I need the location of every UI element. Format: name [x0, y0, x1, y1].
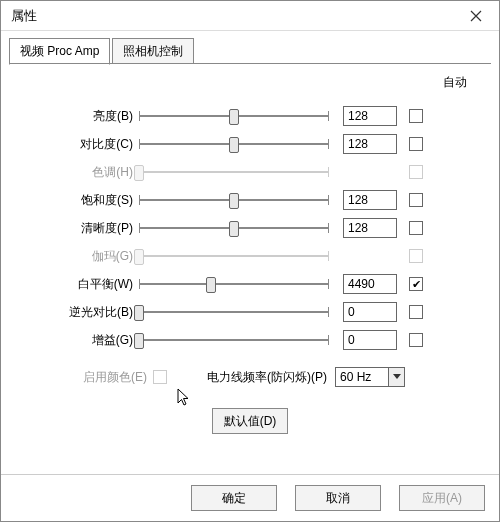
saturation-label: 饱和度(S) [29, 192, 139, 209]
close-icon [470, 10, 482, 22]
saturation-auto-checkbox[interactable] [409, 193, 423, 207]
row-backlight: 逆光对比(B)0 [29, 298, 471, 326]
row-brightness: 亮度(B)128 [29, 102, 471, 130]
close-button[interactable] [453, 1, 499, 31]
chevron-down-icon [393, 374, 401, 380]
tab-video-proc-amp[interactable]: 视频 Proc Amp [9, 38, 110, 65]
sharpness-slider[interactable] [139, 218, 329, 238]
gain-label: 增益(G) [29, 332, 139, 349]
brightness-label: 亮度(B) [29, 108, 139, 125]
whitebalance-label: 白平衡(W) [29, 276, 139, 293]
contrast-value[interactable]: 128 [343, 134, 397, 154]
settings-rows: 亮度(B)128对比度(C)128色调(H)饱和度(S)128清晰度(P)128… [29, 102, 471, 354]
defaults-button[interactable]: 默认值(D) [212, 408, 288, 434]
saturation-value[interactable]: 128 [343, 190, 397, 210]
backlight-slider-thumb[interactable] [134, 305, 144, 321]
cancel-button[interactable]: 取消 [295, 485, 381, 511]
color-enable-checkbox [153, 370, 167, 384]
backlight-label: 逆光对比(B) [29, 304, 139, 321]
contrast-slider-thumb[interactable] [229, 137, 239, 153]
gamma-label: 伽玛(G) [29, 248, 139, 265]
row-contrast: 对比度(C)128 [29, 130, 471, 158]
powerline-combo[interactable]: 60 Hz [335, 367, 405, 387]
row-sharpness: 清晰度(P)128 [29, 214, 471, 242]
sharpness-slider-thumb[interactable] [229, 221, 239, 237]
auto-column-header: 自动 [443, 74, 467, 91]
panel: 自动 亮度(B)128对比度(C)128色调(H)饱和度(S)128清晰度(P)… [9, 63, 491, 466]
powerline-label: 电力线频率(防闪烁)(P) [207, 369, 327, 386]
saturation-slider[interactable] [139, 190, 329, 210]
hue-auto-checkbox [409, 165, 423, 179]
whitebalance-slider[interactable] [139, 274, 329, 294]
combo-dropdown-button[interactable] [388, 368, 404, 386]
backlight-slider[interactable] [139, 302, 329, 322]
hue-slider [139, 162, 329, 182]
brightness-value[interactable]: 128 [343, 106, 397, 126]
contrast-auto-checkbox[interactable] [409, 137, 423, 151]
gain-slider-thumb[interactable] [134, 333, 144, 349]
gamma-auto-checkbox [409, 249, 423, 263]
whitebalance-value[interactable]: 4490 [343, 274, 397, 294]
backlight-value[interactable]: 0 [343, 302, 397, 322]
window-title: 属性 [11, 7, 37, 25]
color-enable-label: 启用颜色(E) [29, 369, 153, 386]
brightness-auto-checkbox[interactable] [409, 109, 423, 123]
gain-slider[interactable] [139, 330, 329, 350]
ok-button[interactable]: 确定 [191, 485, 277, 511]
contrast-label: 对比度(C) [29, 136, 139, 153]
hue-slider-thumb [134, 165, 144, 181]
row-whitebalance: 白平衡(W)4490✔ [29, 270, 471, 298]
apply-button: 应用(A) [399, 485, 485, 511]
sharpness-value[interactable]: 128 [343, 218, 397, 238]
gamma-slider-thumb [134, 249, 144, 265]
row-saturation: 饱和度(S)128 [29, 186, 471, 214]
whitebalance-slider-thumb[interactable] [206, 277, 216, 293]
sharpness-auto-checkbox[interactable] [409, 221, 423, 235]
gain-value[interactable]: 0 [343, 330, 397, 350]
contrast-slider[interactable] [139, 134, 329, 154]
saturation-slider-thumb[interactable] [229, 193, 239, 209]
mouse-cursor-icon [177, 388, 193, 408]
row-hue: 色调(H) [29, 158, 471, 186]
titlebar: 属性 [1, 1, 499, 31]
powerline-value: 60 Hz [336, 370, 388, 384]
defaults-row: 默认值(D) [29, 408, 471, 434]
row-gain: 增益(G)0 [29, 326, 471, 354]
dialog-buttons: 确定 取消 应用(A) [1, 474, 499, 521]
gain-auto-checkbox[interactable] [409, 333, 423, 347]
extra-row: 启用颜色(E) 电力线频率(防闪烁)(P) 60 Hz [29, 364, 471, 390]
properties-window: 属性 视频 Proc Amp 照相机控制 自动 亮度(B)128对比度(C)12… [0, 0, 500, 522]
row-gamma: 伽玛(G) [29, 242, 471, 270]
gamma-slider [139, 246, 329, 266]
brightness-slider-thumb[interactable] [229, 109, 239, 125]
whitebalance-auto-checkbox[interactable]: ✔ [409, 277, 423, 291]
brightness-slider[interactable] [139, 106, 329, 126]
tab-camera-control[interactable]: 照相机控制 [112, 38, 194, 64]
sharpness-label: 清晰度(P) [29, 220, 139, 237]
backlight-auto-checkbox[interactable] [409, 305, 423, 319]
tab-bar: 视频 Proc Amp 照相机控制 [1, 31, 499, 64]
hue-label: 色调(H) [29, 164, 139, 181]
